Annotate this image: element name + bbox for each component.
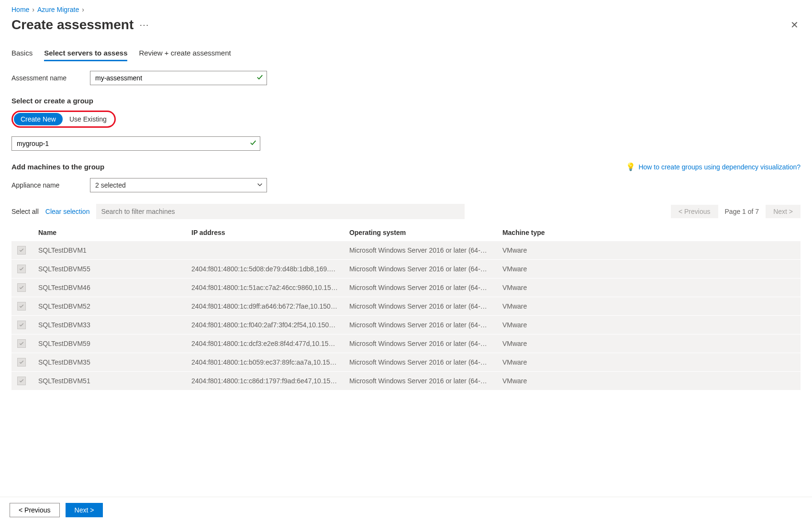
cell-machine-type: VMware [497, 316, 801, 334]
row-checkbox[interactable] [17, 265, 26, 273]
select-all-link[interactable]: Select all [11, 208, 39, 215]
cell-os: Microsoft Windows Server 2016 or later (… [344, 297, 497, 316]
row-checkbox[interactable] [17, 377, 26, 385]
page-indicator: Page 1 of 7 [725, 208, 759, 215]
table-row[interactable]: SQLTestDBVM552404:f801:4800:1c:5d08:de79… [11, 260, 801, 278]
check-icon [250, 140, 256, 148]
cell-os: Microsoft Windows Server 2016 or later (… [344, 334, 497, 353]
cell-ip: 2404:f801:4800:1c:b059:ec37:89fc:aa7a,10… [186, 353, 344, 372]
col-header-machine-type[interactable]: Machine type [497, 224, 801, 241]
cell-machine-type: VMware [497, 334, 801, 353]
clear-selection-link[interactable]: Clear selection [45, 208, 90, 215]
assessment-name-label: Assessment name [11, 74, 78, 82]
cell-name: SQLTestDBVM59 [33, 334, 186, 353]
cell-name: SQLTestDBVM55 [33, 260, 186, 278]
page-title: Create assessment [11, 17, 133, 33]
cell-machine-type: VMware [497, 278, 801, 297]
row-checkbox[interactable] [17, 246, 26, 255]
breadcrumb: Home › Azure Migrate › [11, 6, 801, 13]
cell-machine-type: VMware [497, 297, 801, 316]
assessment-name-input[interactable] [90, 71, 267, 85]
cell-os: Microsoft Windows Server 2016 or later (… [344, 353, 497, 372]
appliance-name-label: Appliance name [11, 181, 78, 189]
table-row[interactable]: SQLTestDBVM512404:f801:4800:1c:c86d:1797… [11, 372, 801, 390]
cell-name: SQLTestDBVM46 [33, 278, 186, 297]
row-checkbox[interactable] [17, 302, 26, 311]
cell-os: Microsoft Windows Server 2016 or later (… [344, 316, 497, 334]
cell-ip: 2404:f801:4800:1c:dcf3:e2e8:8f4d:477d,10… [186, 334, 344, 353]
cell-machine-type: VMware [497, 260, 801, 278]
appliance-dropdown-value: 2 selected [95, 181, 126, 189]
cell-ip: 2404:f801:4800:1c:c86d:1797:f9ad:6e47,10… [186, 372, 344, 390]
breadcrumb-service[interactable]: Azure Migrate [37, 6, 79, 13]
cell-name: SQLTestDBVM33 [33, 316, 186, 334]
chevron-right-icon: › [32, 6, 34, 13]
tab-review-create[interactable]: Review + create assessment [139, 46, 231, 61]
table-row[interactable]: SQLTestDBVM592404:f801:4800:1c:dcf3:e2e8… [11, 334, 801, 353]
select-group-heading: Select or create a group [11, 97, 801, 105]
more-actions-icon[interactable]: ⋯ [139, 19, 149, 31]
chevron-down-icon [256, 181, 263, 189]
col-header-os[interactable]: Operating system [344, 224, 497, 241]
machines-table: Name IP address Operating system Machine… [11, 224, 801, 390]
cell-name: SQLTestDBVM1 [33, 241, 186, 260]
table-row[interactable]: SQLTestDBVM462404:f801:4800:1c:51ac:c7a2… [11, 278, 801, 297]
row-checkbox[interactable] [17, 339, 26, 348]
close-icon[interactable]: ✕ [789, 17, 801, 33]
cell-machine-type: VMware [497, 353, 801, 372]
use-existing-option[interactable]: Use Existing [63, 113, 113, 125]
row-checkbox[interactable] [17, 358, 26, 367]
page-next-button[interactable]: Next > [766, 205, 801, 218]
cell-ip: 2404:f801:4800:1c:5d08:de79:d48b:1db8,16… [186, 260, 344, 278]
chevron-right-icon: › [82, 6, 84, 13]
tab-basics[interactable]: Basics [11, 46, 33, 61]
table-row[interactable]: SQLTestDBVM352404:f801:4800:1c:b059:ec37… [11, 353, 801, 372]
tabs: Basics Select servers to assess Review +… [11, 46, 801, 61]
table-row[interactable]: SQLTestDBVM332404:f801:4800:1c:f040:2af7… [11, 316, 801, 334]
cell-ip: 2404:f801:4800:1c:51ac:c7a2:46cc:9860,10… [186, 278, 344, 297]
cell-name: SQLTestDBVM51 [33, 372, 186, 390]
cell-os: Microsoft Windows Server 2016 or later (… [344, 372, 497, 390]
breadcrumb-home[interactable]: Home [11, 6, 29, 13]
group-name-input[interactable] [11, 136, 260, 151]
cell-os: Microsoft Windows Server 2016 or later (… [344, 241, 497, 260]
cell-name: SQLTestDBVM52 [33, 297, 186, 316]
cell-machine-type: VMware [497, 372, 801, 390]
cell-ip: 2404:f801:4800:1c:d9ff:a646:b672:7fae,10… [186, 297, 344, 316]
lightbulb-icon: 💡 [626, 162, 635, 171]
add-machines-heading: Add machines to the group [11, 163, 104, 171]
dependency-help-link[interactable]: How to create groups using dependency vi… [638, 163, 801, 171]
cell-os: Microsoft Windows Server 2016 or later (… [344, 260, 497, 278]
row-checkbox[interactable] [17, 283, 26, 292]
check-icon [256, 74, 263, 82]
cell-name: SQLTestDBVM35 [33, 353, 186, 372]
machine-filter-input[interactable] [96, 204, 465, 219]
table-row[interactable]: SQLTestDBVM522404:f801:4800:1c:d9ff:a646… [11, 297, 801, 316]
group-mode-toggle: Create New Use Existing [11, 111, 116, 128]
cell-os: Microsoft Windows Server 2016 or later (… [344, 278, 497, 297]
table-row[interactable]: SQLTestDBVM1Microsoft Windows Server 201… [11, 241, 801, 260]
cell-ip: 2404:f801:4800:1c:f040:2af7:3f04:2f54,10… [186, 316, 344, 334]
row-checkbox[interactable] [17, 321, 26, 329]
appliance-dropdown[interactable]: 2 selected [90, 178, 267, 192]
cell-ip [186, 241, 344, 260]
tab-select-servers[interactable]: Select servers to assess [44, 46, 127, 61]
create-new-option[interactable]: Create New [14, 113, 63, 125]
page-previous-button[interactable]: < Previous [671, 205, 718, 218]
col-header-name[interactable]: Name [33, 224, 186, 241]
cell-machine-type: VMware [497, 241, 801, 260]
col-header-ip[interactable]: IP address [186, 224, 344, 241]
